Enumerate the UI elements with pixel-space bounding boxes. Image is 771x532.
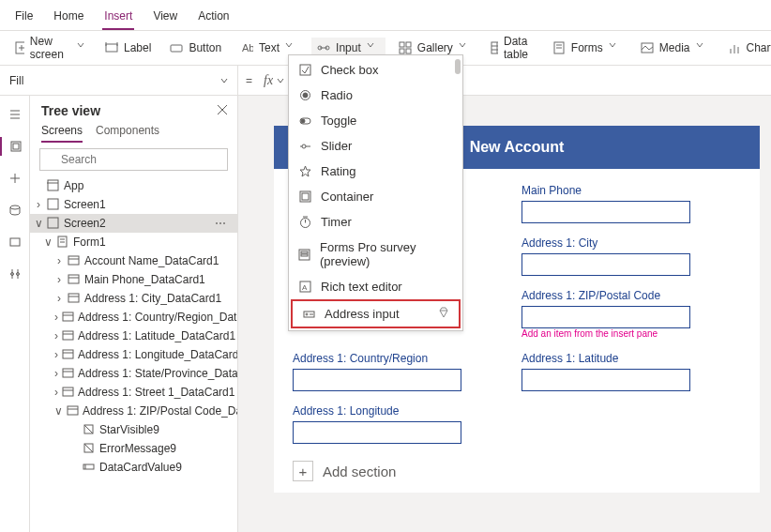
menu-item-checkbox[interactable]: Check box — [289, 57, 462, 83]
tree-node[interactable]: StarVisible9 — [30, 420, 237, 439]
tree-node[interactable]: ›Address 1: Latitude_DataCard1 — [30, 327, 237, 345]
charts-label: Charts — [747, 41, 771, 54]
tree-node[interactable]: ›Address 1: State/Province_DataCard1 — [30, 364, 237, 383]
field-main-phone: Main Phone — [522, 184, 709, 223]
tree: App›Screen1∨Screen2⋯∨Form1›Account Name_… — [30, 176, 237, 532]
rail-insert[interactable] — [6, 169, 24, 188]
input-label: Input — [336, 41, 361, 54]
input-zip[interactable] — [522, 306, 690, 328]
menu-item-container[interactable]: Container — [289, 184, 462, 209]
tree-node-label: Address 1: Country/Region_DataCard1 — [78, 311, 237, 324]
ctrl-icon — [83, 442, 96, 455]
richtext-icon: A — [298, 281, 311, 294]
menu-home[interactable]: Home — [52, 6, 85, 30]
field-country: Address 1: Country/Region — [293, 352, 480, 391]
svg-rect-69 — [68, 406, 78, 415]
add-section-button[interactable]: + Add section — [274, 449, 760, 493]
tree-node[interactable]: ›Address 1: Country/Region_DataCard1 — [30, 308, 237, 327]
scrollbar-thumb[interactable] — [455, 59, 461, 74]
rail-advanced[interactable] — [6, 265, 24, 283]
ctrl2-icon — [83, 461, 96, 474]
toggle-icon — [298, 114, 311, 128]
tree-node[interactable]: ∨Screen2⋯ — [30, 214, 237, 233]
search-input[interactable] — [39, 148, 228, 171]
menu-action[interactable]: Action — [196, 6, 231, 30]
tree-node[interactable]: ›Account Name_DataCard1 — [30, 251, 237, 270]
card-icon — [62, 386, 74, 399]
property-selector[interactable]: Fill — [0, 66, 238, 95]
tree-node[interactable]: ›Main Phone_DataCard1 — [30, 270, 237, 289]
rail-data[interactable] — [6, 201, 24, 220]
svg-rect-14 — [406, 49, 411, 53]
fx-icon[interactable]: fx — [260, 73, 277, 88]
new-screen-button[interactable]: New screen — [9, 31, 92, 65]
forms-button[interactable]: Forms — [547, 38, 627, 58]
insert-hint: Add an item from the insert pane — [522, 328, 709, 339]
svg-rect-63 — [63, 350, 73, 358]
menu-item-star[interactable]: Rating — [289, 159, 462, 184]
svg-rect-77 — [300, 65, 310, 75]
chevron-down-icon[interactable] — [277, 77, 284, 84]
charts-button[interactable]: Charts — [722, 38, 771, 58]
tree-node[interactable]: ∨Form1 — [30, 233, 237, 251]
menu-item-richtext[interactable]: ARich text editor — [289, 274, 462, 299]
address-icon — [302, 308, 315, 321]
svg-line-72 — [84, 425, 93, 433]
tree-node[interactable]: DataCardValue9 — [30, 458, 237, 477]
svg-point-81 — [301, 119, 305, 123]
rail-hamburger[interactable] — [6, 105, 24, 124]
input-longitude[interactable] — [293, 421, 461, 444]
label-icon — [105, 41, 118, 54]
menu-item-radio[interactable]: Radio — [289, 83, 462, 108]
label-label: Label — [124, 41, 151, 54]
close-icon[interactable] — [217, 104, 228, 118]
field-zip: Address 1: ZIP/Postal CodeAdd an item fr… — [522, 289, 709, 339]
rail-tree-view[interactable] — [0, 137, 29, 156]
tab-screens[interactable]: Screens — [41, 124, 83, 143]
tree-view-panel: Tree view Screens Components App›Screen1… — [30, 96, 238, 532]
rail-media[interactable] — [6, 233, 24, 251]
tree-node[interactable]: ErrorMessage9 — [30, 439, 237, 458]
menu-item-address[interactable]: Address input — [291, 299, 461, 328]
more-icon[interactable]: ⋯ — [215, 217, 234, 230]
input-latitude[interactable] — [522, 369, 690, 391]
menu-view[interactable]: View — [151, 6, 179, 30]
label-button[interactable]: Label — [99, 38, 157, 58]
input-main-phone[interactable] — [522, 201, 690, 223]
menu-item-toggle[interactable]: Toggle — [289, 108, 462, 133]
tree-view-title: Tree view — [41, 103, 100, 118]
tree-node[interactable]: ›Address 1: City_DataCard1 — [30, 289, 237, 308]
menu-item-label: Timer — [321, 215, 352, 229]
menu-item-slider[interactable]: Slider — [289, 133, 462, 159]
tree-node-label: Account Name_DataCard1 — [84, 254, 219, 267]
label-zip: Address 1: ZIP/Postal Code — [522, 289, 709, 302]
data-table-button[interactable]: Data table — [485, 31, 539, 65]
svg-rect-92 — [301, 254, 308, 256]
menu-item-timer[interactable]: Timer — [289, 209, 462, 235]
button-button[interactable]: Button — [164, 38, 227, 58]
svg-rect-65 — [63, 369, 73, 377]
tree-node-label: Address 1: State/Province_DataCard1 — [78, 367, 237, 380]
tab-components[interactable]: Components — [96, 124, 159, 143]
tree-node[interactable]: App — [30, 176, 237, 195]
slider-icon — [298, 140, 311, 153]
menu-file[interactable]: File — [13, 6, 35, 30]
tree-node[interactable]: ›Address 1: Longitude_DataCard1 — [30, 345, 237, 364]
tree-node[interactable]: ∨Address 1: ZIP/Postal Code_DataCard1 — [30, 402, 237, 420]
card-icon — [62, 348, 74, 361]
media-label: Media — [659, 41, 690, 54]
new-screen-label: New screen — [30, 35, 71, 61]
tree-node-label: Address 1: Street 1_DataCard1 — [78, 386, 234, 399]
menu-item-forms[interactable]: Forms Pro survey (preview) — [289, 235, 462, 274]
tree-node[interactable]: ›Address 1: Street 1_DataCard1 — [30, 383, 237, 402]
input-country[interactable] — [293, 369, 461, 391]
menu-insert[interactable]: Insert — [102, 6, 134, 30]
input-city[interactable] — [522, 253, 690, 276]
gallery-icon — [399, 41, 412, 54]
radio-icon — [298, 89, 311, 102]
svg-text:Ab: Ab — [242, 42, 253, 53]
menu-item-label: Slider — [321, 139, 352, 153]
card-icon — [62, 311, 74, 324]
media-button[interactable]: Media — [635, 38, 715, 58]
tree-node[interactable]: ›Screen1 — [30, 195, 237, 214]
